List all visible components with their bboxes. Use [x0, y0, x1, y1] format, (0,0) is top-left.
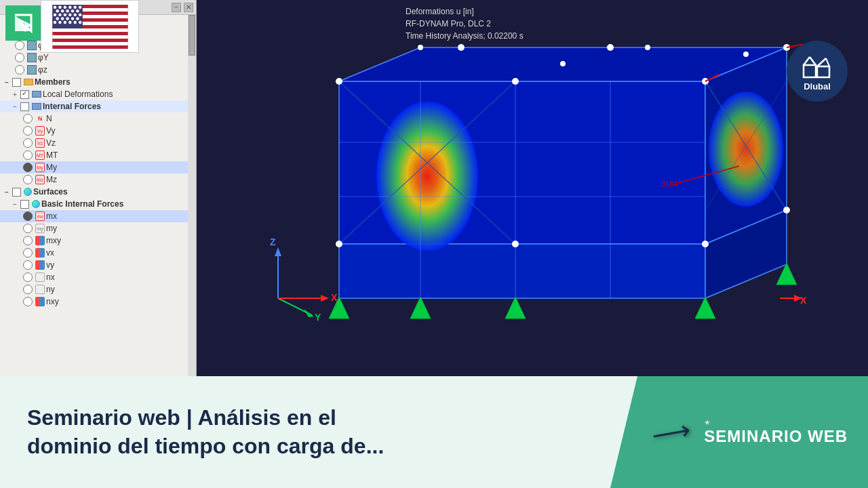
- radio-nxy[interactable]: [23, 297, 33, 306]
- tree-item-n[interactable]: N N: [0, 113, 196, 125]
- expand-surfaces[interactable]: −: [3, 188, 11, 196]
- tree-label-mt: MT: [46, 150, 196, 160]
- radio-nx[interactable]: [23, 272, 33, 282]
- svg-text:3184: 3184: [661, 180, 677, 188]
- bottom-headline: Seminario web | Análisis en el dominio d…: [27, 404, 583, 460]
- tree-item-phiz[interactable]: φz: [0, 64, 196, 76]
- expand-internal-forces[interactable]: −: [11, 102, 19, 110]
- panel-close-btn[interactable]: ✕: [184, 3, 193, 12]
- tree-item-nx[interactable]: nx: [0, 271, 196, 283]
- svg-point-11: [63, 5, 66, 8]
- tree-item-ny[interactable]: ny: [0, 283, 196, 296]
- tree-item-my2[interactable]: my my: [0, 222, 196, 235]
- info-overlay: Deformations u [in] RF-DYNAM Pro, DLC 2 …: [406, 5, 524, 42]
- my2-icon: my: [35, 224, 45, 233]
- tree-label-vy: Vy: [46, 126, 196, 136]
- tree-item-local-def[interactable]: + ✓ Local Deformations: [0, 88, 196, 100]
- radio-phiy[interactable]: [15, 53, 24, 62]
- tree-label-vy2: vy: [46, 260, 196, 270]
- checkbox-local-def[interactable]: ✓: [20, 90, 29, 99]
- svg-point-66: [645, 45, 650, 50]
- tree-item-vz[interactable]: Vz Vz: [0, 137, 196, 149]
- tree-item-my[interactable]: My My: [0, 161, 196, 174]
- checkbox-basic-internal-forces[interactable]: [20, 200, 29, 209]
- radio-mz[interactable]: [23, 175, 33, 184]
- radio-vz[interactable]: [23, 138, 33, 148]
- svg-point-28: [66, 17, 68, 20]
- expand-members[interactable]: −: [3, 78, 11, 86]
- svg-point-14: [78, 5, 81, 8]
- radio-mt[interactable]: [23, 150, 33, 160]
- checkbox-members[interactable]: [12, 78, 21, 87]
- vy2-icon: [35, 260, 45, 270]
- vz-icon: Vz: [35, 138, 45, 148]
- headline-line1: Seminario web | Análisis en el: [27, 405, 336, 430]
- svg-point-67: [743, 52, 749, 57]
- svg-point-26: [56, 17, 58, 20]
- folder-icon-members: [24, 79, 33, 85]
- seminar-label: SEMINARIO WEB: [704, 427, 848, 446]
- radio-phix[interactable]: [15, 41, 24, 50]
- radio-vx[interactable]: [23, 248, 33, 258]
- svg-point-33: [63, 20, 66, 23]
- scrollbar-thumb[interactable]: [189, 15, 195, 56]
- tree-label-vx: vx: [46, 248, 196, 258]
- ny-icon: [35, 285, 45, 294]
- tree-label-my2: my: [46, 224, 196, 233]
- mxy-icon: [35, 236, 45, 245]
- tree-item-mxy[interactable]: mxy: [0, 235, 196, 247]
- tree-item-nxy[interactable]: nxy: [0, 296, 196, 308]
- svg-point-43: [376, 102, 478, 251]
- svg-point-22: [63, 13, 66, 16]
- radio-vy2[interactable]: [23, 260, 33, 270]
- 3d-visualization: 3184 Z Y X X: [231, 41, 854, 352]
- tree-label-surfaces: Surfaces: [33, 187, 196, 197]
- tree-item-mt[interactable]: MT MT: [0, 149, 196, 161]
- svg-text:Z: Z: [270, 237, 276, 247]
- svg-rect-7: [52, 42, 127, 45]
- expand-basic-internal-forces[interactable]: −: [11, 200, 19, 208]
- svg-point-63: [607, 44, 614, 51]
- radio-ny[interactable]: [23, 285, 33, 294]
- svg-point-36: [78, 20, 81, 23]
- tree-item-vy2[interactable]: vy: [0, 259, 196, 271]
- radio-mxy[interactable]: [23, 236, 33, 245]
- dlubal-logo-icon: [800, 52, 834, 79]
- radio-phiz[interactable]: [15, 65, 24, 75]
- checkbox-internal-forces[interactable]: [20, 102, 29, 111]
- svg-text:Y: Y: [315, 312, 321, 323]
- radio-my[interactable]: [23, 163, 33, 172]
- tree-label-vz: Vz: [46, 138, 196, 148]
- tree-item-mz[interactable]: Mz Mz: [0, 174, 196, 186]
- tree-label-n: N: [46, 114, 196, 123]
- tree-item-vx[interactable]: vx: [0, 247, 196, 259]
- tree-label-my: My: [46, 163, 196, 172]
- tree-item-basic-internal-forces[interactable]: − Basic Internal Forces: [0, 198, 196, 210]
- tree-item-mx[interactable]: mx mx: [0, 210, 196, 222]
- tree-item-members[interactable]: − Members: [0, 76, 196, 88]
- radio-my2[interactable]: [23, 224, 33, 233]
- tree-item-vy[interactable]: Vy Vy: [0, 125, 196, 137]
- panel-scrollbar[interactable]: [188, 15, 196, 376]
- svg-point-21: [58, 13, 61, 16]
- tree-label-internal-forces: Internal Forces: [43, 102, 196, 111]
- radio-n[interactable]: [23, 114, 33, 123]
- dlubal-logo-text: Dlubal: [804, 81, 831, 92]
- expand-local-def[interactable]: +: [11, 90, 19, 98]
- tree-item-phiy[interactable]: φY: [0, 52, 196, 64]
- svg-rect-5: [52, 28, 127, 32]
- tree-label-local-def: Local Deformations: [43, 89, 196, 99]
- checkbox-surfaces[interactable]: [12, 188, 21, 197]
- arrow-icon: [5, 5, 41, 41]
- tree-item-internal-forces[interactable]: − Internal Forces: [0, 100, 196, 113]
- radio-mx[interactable]: [23, 211, 33, 221]
- svg-point-15: [56, 9, 58, 12]
- nxy-icon: [35, 297, 45, 306]
- tree-item-surfaces[interactable]: − Surfaces: [0, 186, 196, 198]
- radio-vy[interactable]: [23, 126, 33, 136]
- tree-label-mx: mx: [46, 211, 196, 221]
- panel-minimize-btn[interactable]: −: [172, 3, 181, 12]
- bottom-bar: Seminario web | Análisis en el dominio d…: [0, 376, 868, 488]
- svg-point-25: [78, 13, 81, 16]
- svg-point-27: [60, 17, 63, 20]
